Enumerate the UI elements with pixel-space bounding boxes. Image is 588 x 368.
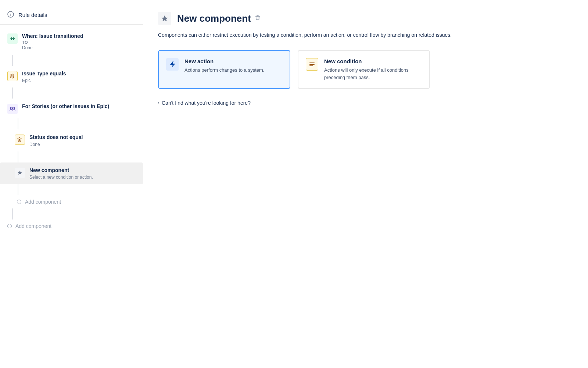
add-component-button-2[interactable]: Add component — [0, 219, 143, 233]
delete-icon[interactable] — [255, 15, 261, 22]
status-icon — [15, 135, 25, 145]
issue-type-icon — [7, 71, 18, 81]
sidebar-item-for-stories[interactable]: For Stories (or other issues in Epic) — [0, 99, 143, 118]
when-trigger-subtitle-label: TO — [22, 40, 136, 44]
sidebar-item-new-component[interactable]: New component Select a new condition or … — [0, 162, 143, 185]
svg-rect-6 — [309, 64, 315, 65]
new-component-text: New component Select a new condition or … — [29, 167, 136, 180]
new-component-subtitle: Select a new condition or action. — [29, 175, 136, 180]
when-trigger-subtitle: Done — [22, 45, 136, 50]
when-trigger-title: When: Issue transitioned — [22, 33, 136, 40]
sidebar-item-issue-type[interactable]: Issue Type equals Epic — [0, 66, 143, 88]
main-title: New component — [177, 13, 251, 24]
status-subtitle: Done — [29, 142, 136, 147]
new-condition-title: New condition — [324, 58, 422, 64]
main-content: New component Components can either rest… — [143, 0, 588, 368]
add-component-label-2: Add component — [15, 223, 51, 229]
add-component-label-1: Add component — [25, 199, 61, 205]
for-stories-title: For Stories (or other issues in Epic) — [22, 103, 136, 110]
new-action-icon — [166, 58, 179, 71]
cant-find-text: Can't find what you're looking for here? — [162, 100, 251, 106]
add-dot-icon-1 — [17, 200, 21, 204]
svg-rect-5 — [309, 62, 315, 63]
connector-3 — [18, 118, 18, 129]
add-dot-icon-2 — [7, 224, 12, 228]
connector-4 — [18, 151, 18, 162]
new-component-icon — [15, 168, 25, 178]
connector-2 — [12, 87, 13, 99]
main-title-row: New component — [177, 13, 261, 24]
sidebar-item-status[interactable]: Status does not equal Done — [0, 129, 143, 151]
info-icon: i — [7, 11, 15, 18]
new-condition-text: New condition Actions will only execute … — [324, 58, 422, 81]
main-header: New component — [158, 12, 573, 25]
main-description: Components can either restrict execution… — [158, 31, 463, 39]
sidebar-title: Rule details — [18, 12, 47, 18]
sidebar: i Rule details When: Issue transitioned … — [0, 0, 143, 368]
main-header-icon — [158, 12, 171, 25]
new-action-desc: Actions perform changes to a system. — [184, 67, 264, 74]
connector-1 — [12, 55, 13, 66]
add-component-button-1[interactable]: Add component — [0, 195, 143, 208]
issue-type-subtitle: Epic — [22, 78, 136, 83]
new-condition-desc: Actions will only execute if all conditi… — [324, 67, 422, 81]
new-action-title: New action — [184, 58, 264, 64]
for-stories-icon — [7, 104, 18, 114]
sidebar-item-when-trigger[interactable]: When: Issue transitioned TO Done — [0, 28, 143, 55]
new-action-card[interactable]: New action Actions perform changes to a … — [158, 50, 290, 89]
cant-find-link[interactable]: › Can't find what you're looking for her… — [158, 100, 573, 106]
new-condition-card[interactable]: New condition Actions will only execute … — [298, 50, 430, 89]
new-component-title: New component — [29, 167, 136, 174]
chevron-right-icon: › — [158, 100, 159, 106]
new-action-text: New action Actions perform changes to a … — [184, 58, 264, 74]
when-trigger-text: When: Issue transitioned TO Done — [22, 33, 136, 50]
status-title: Status does not equal — [29, 134, 136, 141]
issue-type-text: Issue Type equals Epic — [22, 70, 136, 83]
card-grid: New action Actions perform changes to a … — [158, 50, 573, 89]
svg-rect-7 — [309, 65, 313, 66]
connector-6 — [12, 208, 13, 219]
status-text: Status does not equal Done — [29, 134, 136, 147]
for-stories-text: For Stories (or other issues in Epic) — [22, 103, 136, 110]
issue-type-title: Issue Type equals — [22, 70, 136, 78]
new-condition-icon — [306, 58, 318, 71]
connector-5 — [18, 184, 18, 195]
when-trigger-icon — [7, 33, 18, 44]
sidebar-header: i Rule details — [0, 7, 143, 25]
svg-point-3 — [13, 107, 15, 109]
svg-point-2 — [11, 107, 12, 109]
svg-text:i: i — [10, 12, 11, 17]
